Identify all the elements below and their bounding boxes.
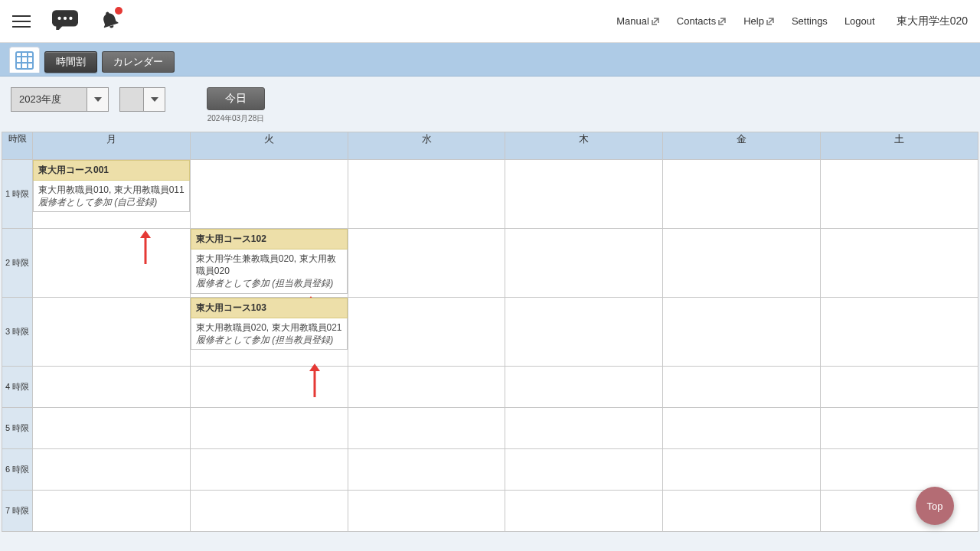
course-card[interactable]: 東大用コース103 東大用教職員020, 東大用教職員021 履修者として参加 … (191, 298, 348, 350)
day-head-thu: 木 (505, 132, 663, 160)
cell-p2-thu[interactable] (505, 229, 663, 298)
view-tab-timetable[interactable]: 時間割 (44, 51, 97, 73)
cell-p7-fri[interactable] (663, 491, 821, 532)
toolbar: 2023年度 今日 2024年03月28日 (0, 77, 980, 132)
cell-p7-mon[interactable] (33, 491, 191, 532)
notifications-icon[interactable] (100, 10, 119, 32)
cell-p3-sat[interactable] (821, 298, 978, 367)
cell-p4-tue[interactable] (190, 367, 348, 408)
course-instructors: 東大用教職員010, 東大用教職員011 (38, 184, 185, 196)
cell-p3-thu[interactable] (505, 298, 663, 367)
arrow-annotation (309, 364, 320, 399)
svg-marker-10 (94, 97, 102, 102)
topbar-left (12, 10, 119, 32)
topbar: Manual Contacts Help Settings Logout 東大用… (0, 0, 980, 43)
cell-p2-tue[interactable]: 東大用コース102 東大用学生兼教職員020, 東大用教職員020 履修者として… (190, 229, 348, 298)
cell-p1-fri[interactable] (663, 160, 821, 229)
term-select-value (119, 87, 144, 112)
cell-p7-tue[interactable] (190, 491, 348, 532)
cell-p2-sat[interactable] (821, 229, 978, 298)
cell-p6-thu[interactable] (505, 449, 663, 491)
external-icon (766, 17, 775, 26)
chat-icon[interactable] (52, 10, 78, 32)
period-label: 5 時限 (2, 408, 33, 449)
cell-p7-wed[interactable] (348, 491, 505, 532)
cell-p5-sat[interactable] (821, 408, 978, 449)
day-head-mon: 月 (33, 132, 191, 160)
svg-rect-5 (16, 52, 33, 69)
menu-icon[interactable] (12, 12, 31, 31)
cell-p2-fri[interactable] (663, 229, 821, 298)
day-head-sat: 土 (821, 132, 978, 160)
year-select[interactable]: 2023年度 (11, 87, 109, 112)
chevron-down-icon[interactable] (144, 87, 165, 112)
view-tab-calendar[interactable]: カレンダー (102, 51, 175, 73)
grid-view-button[interactable] (9, 47, 40, 73)
cell-p5-fri[interactable] (663, 408, 821, 449)
svg-marker-13 (140, 230, 151, 238)
cell-p3-fri[interactable] (663, 298, 821, 367)
cell-p1-thu[interactable] (505, 160, 663, 229)
cell-p3-tue[interactable]: 東大用コース103 東大用教職員020, 東大用教職員021 履修者として参加 … (190, 298, 348, 367)
cell-p1-mon[interactable]: 東大用コース001 東大用教職員010, 東大用教職員011 履修者として参加 … (33, 160, 191, 229)
contacts-label: Contacts (677, 15, 716, 27)
today-button[interactable]: 今日 (207, 87, 265, 110)
logout-link[interactable]: Logout (844, 15, 875, 27)
course-instructors: 東大用教職員020, 東大用教職員021 (196, 321, 342, 334)
cell-p5-tue[interactable] (190, 408, 348, 449)
cell-p1-tue[interactable] (190, 160, 348, 229)
cell-p6-tue[interactable] (190, 449, 348, 491)
cell-p1-sat[interactable] (821, 160, 978, 229)
cell-p7-sat[interactable] (821, 491, 978, 532)
cell-p3-mon[interactable] (33, 298, 191, 367)
period-header: 時限 (2, 132, 33, 160)
period-label: 7 時限 (2, 491, 33, 532)
grid-icon (15, 51, 34, 70)
help-link[interactable]: Help (743, 15, 775, 27)
period-label: 2 時限 (2, 229, 33, 298)
period-label: 6 時限 (2, 449, 33, 491)
course-body: 東大用教職員010, 東大用教職員011 履修者として参加 (自己登録) (33, 181, 190, 212)
contacts-link[interactable]: Contacts (677, 15, 727, 27)
day-head-fri: 金 (663, 132, 821, 160)
period-label: 3 時限 (2, 298, 33, 367)
user-name: 東大用学生020 (897, 15, 968, 28)
cell-p5-mon[interactable] (33, 408, 191, 449)
cell-p2-mon[interactable] (33, 229, 191, 298)
term-select[interactable] (119, 87, 165, 112)
manual-link[interactable]: Manual (616, 15, 660, 27)
notification-badge (115, 7, 122, 15)
arrow-annotation (140, 230, 151, 266)
cell-p3-wed[interactable] (348, 298, 505, 367)
course-body: 東大用学生兼教職員020, 東大用教職員020 履修者として参加 (担当教員登録… (191, 249, 348, 294)
cell-p4-mon[interactable] (33, 367, 191, 408)
course-card[interactable]: 東大用コース001 東大用教職員010, 東大用教職員011 履修者として参加 … (33, 160, 190, 212)
course-instructors: 東大用学生兼教職員020, 東大用教職員020 (196, 253, 342, 277)
cell-p2-wed[interactable] (348, 229, 505, 298)
timetable: 時限 月 火 水 木 金 土 1 時限 東大用コース001 東大用教職員010,… (0, 132, 980, 532)
cell-p4-wed[interactable] (348, 367, 505, 408)
scroll-top-button[interactable]: Top (916, 487, 954, 525)
timetable-grid: 時限 月 火 水 木 金 土 1 時限 東大用コース001 東大用教職員010,… (2, 132, 978, 532)
cell-p6-wed[interactable] (348, 449, 505, 491)
today-date: 2024年03月28日 (207, 113, 265, 124)
day-head-wed: 水 (348, 132, 505, 160)
cell-p7-thu[interactable] (505, 491, 663, 532)
course-card[interactable]: 東大用コース102 東大用学生兼教職員020, 東大用教職員020 履修者として… (191, 229, 348, 294)
view-band: 時間割 カレンダー (0, 43, 980, 77)
cell-p6-sat[interactable] (821, 449, 978, 491)
cell-p4-sat[interactable] (821, 367, 978, 408)
chevron-down-icon[interactable] (87, 87, 109, 112)
course-note: 履修者として参加 (担当教員登録) (196, 277, 342, 289)
settings-link[interactable]: Settings (792, 15, 828, 27)
cell-p4-fri[interactable] (663, 367, 821, 408)
cell-p4-thu[interactable] (505, 367, 663, 408)
cell-p6-fri[interactable] (663, 449, 821, 491)
period-label: 1 時限 (2, 160, 33, 229)
cell-p5-wed[interactable] (348, 408, 505, 449)
svg-point-2 (57, 17, 60, 20)
svg-point-3 (64, 17, 67, 20)
cell-p1-wed[interactable] (348, 160, 505, 229)
cell-p6-mon[interactable] (33, 449, 191, 491)
cell-p5-thu[interactable] (505, 408, 663, 449)
